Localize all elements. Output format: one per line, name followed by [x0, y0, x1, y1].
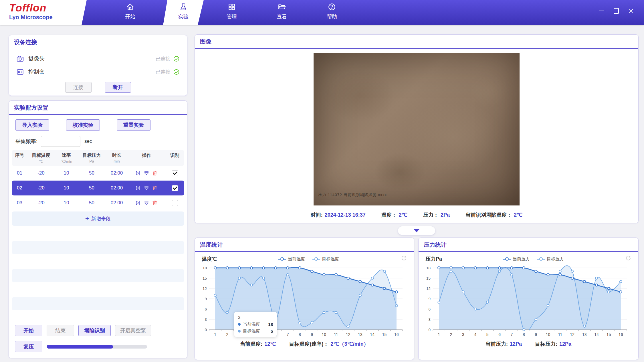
sampling-frequency-input[interactable]: [41, 136, 80, 147]
detect-checkbox[interactable]: [172, 185, 178, 191]
svg-text:12: 12: [426, 286, 431, 291]
stop-button[interactable]: 结束: [47, 325, 74, 336]
import-experiment-button[interactable]: 导入实验: [15, 119, 49, 131]
detect-checkbox[interactable]: [172, 170, 178, 176]
step-operations: [128, 200, 165, 206]
chart-footer-segment: 当前压力:12Pa: [486, 341, 522, 347]
legend-item[interactable]: 当前压力: [503, 256, 530, 262]
status-value: 2℃: [514, 212, 522, 218]
legend-label: 当前压力: [513, 256, 530, 262]
tab-开始[interactable]: 开始: [113, 3, 147, 20]
trash-button[interactable]: [152, 200, 158, 206]
column-header-unit: [165, 159, 185, 164]
trash-icon: [152, 185, 158, 191]
status-value: 2024-12-13 16:37: [325, 212, 366, 218]
image-overlay-text: 压力 114372 当前识别塌陷温度 xxxx: [318, 192, 387, 197]
window-controls: [598, 8, 634, 14]
column-header: 序号: [12, 153, 27, 164]
chart-footer-value: 12Pa: [559, 341, 571, 347]
legend-circle: [280, 257, 284, 261]
status-segment: 当前识别塌陷温度：2℃: [465, 211, 522, 218]
detect-checkbox[interactable]: [172, 200, 178, 206]
add-step-label: 新增步段: [91, 215, 111, 222]
repressure-button[interactable]: 复压: [15, 341, 42, 352]
column-header-unit: ℃: [27, 159, 55, 164]
column-header: 识别: [165, 153, 185, 164]
status-segment: 时间:2024-12-13 16:37: [311, 211, 366, 218]
image-panel-header: 图像: [195, 35, 638, 49]
column-header-label: 速率: [55, 153, 78, 159]
legend-item[interactable]: 目标压力: [537, 256, 564, 262]
device-row: 控制盒已连接: [16, 65, 180, 78]
grid-icon: [227, 3, 236, 11]
nav-bar: 开始实验管理查看帮助: [75, 0, 644, 25]
legend-item[interactable]: 当前温度: [278, 256, 305, 262]
progress-bar: [47, 345, 147, 349]
step-cell-no: 01: [12, 170, 27, 176]
step-cell-no: 03: [12, 200, 27, 206]
skip-to-end-button[interactable]: [135, 200, 141, 206]
step-cell-rate: 10: [55, 170, 78, 176]
disconnect-button[interactable]: 断开: [105, 82, 131, 93]
chart-footer-label: 目标压力:: [535, 341, 557, 347]
trash-button[interactable]: [152, 185, 158, 191]
tab-实验[interactable]: 实验: [166, 3, 201, 20]
skip-to-end-button[interactable]: [135, 185, 141, 191]
svg-text:6: 6: [205, 307, 207, 311]
device-status: 已连接: [156, 69, 170, 75]
home-icon: [126, 3, 134, 11]
step-cell-duration: 02:00: [105, 185, 128, 191]
maximize-button[interactable]: [613, 8, 619, 14]
start-button[interactable]: 开始: [15, 325, 42, 336]
reset-experiment-button[interactable]: 重置实验: [117, 119, 150, 131]
skip-to-end-button[interactable]: [135, 170, 141, 176]
trash-button[interactable]: [152, 170, 158, 176]
refresh-button[interactable]: [401, 255, 407, 263]
maximize-icon: [614, 8, 619, 14]
nav-item-label: 管理: [215, 13, 249, 20]
stack-collapse-button[interactable]: [144, 170, 149, 176]
chart-meta-row: 温度℃当前温度目标温度: [195, 252, 414, 263]
step-row[interactable]: 01-20105002:00: [12, 166, 184, 181]
empty-step-rows: [12, 227, 184, 323]
svg-text:1: 1: [214, 332, 216, 337]
collapse-detect-button[interactable]: 塌陷识别: [78, 325, 111, 336]
svg-text:18: 18: [203, 266, 207, 270]
sampling-frequency-unit: sec: [84, 139, 92, 144]
chart-panel-header: 压力统计: [419, 238, 638, 252]
tooltip-series-value: 5: [271, 329, 273, 334]
tab-管理[interactable]: 管理: [215, 3, 249, 20]
add-step-button[interactable]: + 新增步段: [12, 211, 184, 226]
column-header-label: 操作: [128, 153, 165, 159]
svg-text:6: 6: [428, 307, 431, 311]
charts-collapse-handle[interactable]: [398, 226, 435, 235]
svg-text:12: 12: [346, 332, 350, 337]
status-label: 压力：: [423, 211, 439, 218]
image-panel: 图像 压力 114372 当前识别塌陷温度 xxxx 时间:2024-12-13…: [195, 34, 639, 223]
minimize-button[interactable]: [598, 8, 605, 14]
svg-text:2: 2: [226, 332, 228, 337]
refresh-button[interactable]: [625, 255, 631, 263]
tab-查看[interactable]: 查看: [265, 3, 299, 20]
step-row[interactable]: 03-20105002:00: [12, 195, 184, 210]
app-window: Tofflon Lyo Microscope 开始实验管理查看帮助 设备连接 摄…: [0, 0, 644, 362]
tab-帮助[interactable]: 帮助: [315, 3, 349, 20]
legend-item[interactable]: 目标温度: [312, 256, 339, 262]
step-cell-no: 02: [12, 185, 27, 191]
connect-button[interactable]: 连接: [65, 82, 92, 93]
tooltip-row: 当前温度18: [238, 322, 273, 327]
column-header-label: 识别: [165, 153, 185, 159]
stack-collapse-button[interactable]: [144, 200, 149, 206]
close-button[interactable]: [628, 8, 634, 14]
column-header: 时长min: [105, 153, 128, 164]
tooltip-series-name: 目标温度: [243, 329, 260, 334]
app-logo: Tofflon Lyo Microscope: [9, 2, 53, 21]
chart-footer-segment: 目标温度(速率)：2℃（3℃/min）: [289, 341, 368, 347]
vacuum-pump-button[interactable]: 开启真空泵: [115, 325, 151, 336]
calibrate-experiment-button[interactable]: 校准实验: [66, 119, 100, 131]
device-status: 已连接: [156, 56, 170, 62]
svg-text:5: 5: [486, 332, 489, 337]
stack-collapse-button[interactable]: [144, 185, 149, 191]
tooltip-series-name: 当前温度: [243, 322, 260, 327]
step-row[interactable]: 02-20105002:00: [12, 181, 184, 195]
